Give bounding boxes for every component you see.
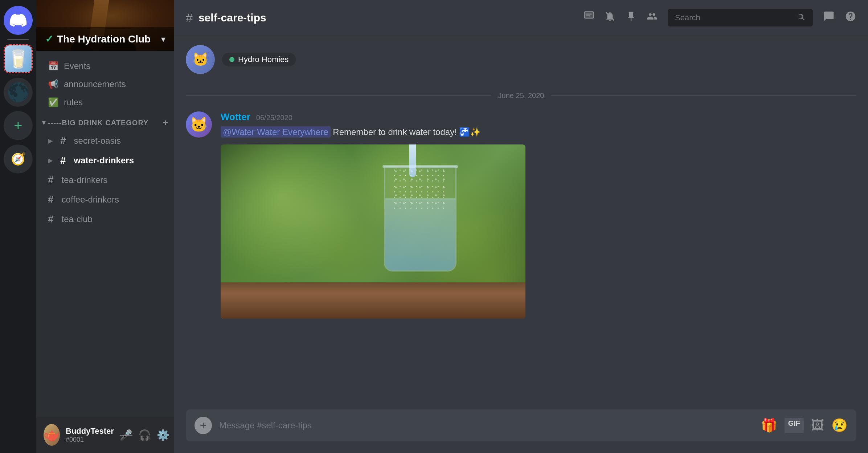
channel-name-tea-drinkers: tea-drinkers [62,175,108,185]
mute-button[interactable]: 🎤 [120,429,132,441]
hydro-homies-avatar: 🐱 [186,45,215,74]
message-body: Remember to drink water today! 🚰✨ [331,127,481,137]
user-avatar: 🫖 [44,424,60,446]
user-avatar-emoji: 🫖 [44,427,60,442]
server-dropdown-icon[interactable]: ▾ [161,34,165,44]
chat-header-channel: # self-care-tips [186,11,266,25]
user-info: BuddyTester #0001 [66,427,114,444]
sticker-icon[interactable]: 🖼 [811,418,824,433]
glass-body [384,166,456,272]
server-icon-hydration-club[interactable] [4,44,33,73]
channel-header-info: 🐱 Hydro Homies [186,45,856,80]
date-divider: June 25, 2020 [186,91,856,100]
message-timestamp: 06/25/2020 [256,114,292,122]
mention[interactable]: @Water Water Everywhere [221,126,331,138]
channel-name-tea-club: tea-club [62,214,93,224]
chat-input-box: + 🎁 GIF 🖼 😢 [186,409,856,441]
channel-item-water-drinkers[interactable]: ▶ # water-drinkers [39,151,171,170]
server-icon-discord-home[interactable] [4,6,33,35]
wood-surface [221,282,525,319]
chat-header: # self-care-tips [174,0,868,36]
category-arrow-icon: ▾ [42,119,46,127]
help-icon[interactable] [845,11,856,25]
plus-icon: + [14,118,22,134]
chat-input-area: + 🎁 GIF 🖼 😢 [174,409,868,453]
user-bar: 🫖 BuddyTester #0001 🎤 🎧 ⚙️ [36,417,174,453]
server-icon-water-glass [5,44,32,73]
hash-icon-tea-drinkers: # [48,174,54,186]
channel-item-coffee-drinkers[interactable]: # coffee-drinkers [39,190,171,209]
message-input[interactable] [219,420,754,430]
threads-icon[interactable] [584,11,594,25]
hash-icon-coffee-drinkers: # [48,194,54,205]
verified-check-icon: ✓ [45,33,53,45]
online-group-name: Hydro Homies [238,55,288,64]
water-fill [385,198,455,270]
message: 🐱 Wotter 06/25/2020 @Water Water Everywh… [186,111,856,319]
channel-item-secret-oasis[interactable]: ▶ # secret-oasis [39,131,171,150]
hash-icon-secret-oasis: # [60,135,66,147]
add-server-button[interactable]: + [4,111,33,140]
calendar-icon: 📅 [48,61,59,71]
deafen-button[interactable]: 🎧 [138,429,151,441]
water-image [221,144,525,319]
server-icon-dark-globe[interactable]: 🌑 [4,78,33,107]
user-settings-button[interactable]: ⚙️ [157,429,169,441]
channel-item-announcements[interactable]: 📢 announcements [39,76,171,93]
megaphone-icon: 📢 [48,79,59,89]
online-badge: Hydro Homies [222,53,296,66]
message-content: Wotter 06/25/2020 @Water Water Everywher… [221,111,856,319]
channel-item-events[interactable]: 📅 Events [39,57,171,75]
bubbles [392,167,448,209]
message-image [221,144,525,319]
search-input[interactable] [675,13,793,23]
channel-name-rules: rules [64,97,83,107]
message-avatar: 🐱 [186,111,212,138]
server-list-divider [7,39,29,40]
gift-icon[interactable]: 🎁 [761,418,777,433]
server-name: The Hydration Club [57,33,151,45]
globe-icon: 🌑 [7,82,29,103]
user-controls: 🎤 🎧 ⚙️ [120,429,169,441]
category-name: BIG DRINK CATEGORY [62,119,148,127]
server-title: ✓ The Hydration Club [45,33,151,45]
user-discriminator: #0001 [66,436,114,444]
emoji-icon[interactable]: 😢 [831,418,848,433]
current-channel-name: self-care-tips [198,12,266,24]
message-author: Wotter [221,111,250,123]
glass-visual [380,159,467,304]
search-icon [797,13,806,23]
hash-icon-water-drinkers: # [60,155,66,166]
message-avatar-emoji: 🐱 [190,116,208,133]
category-big-drink[interactable]: ▾ ----- BIG DRINK CATEGORY + [36,112,174,131]
server-header[interactable]: ✓ The Hydration Club ▾ [36,0,174,51]
category-prefix: ----- [48,119,62,127]
chat-input-actions: 🎁 GIF 🖼 😢 [761,418,848,433]
inbox-icon[interactable] [823,11,835,25]
gif-button[interactable]: GIF [785,418,804,433]
collapse-arrow-icon: ▶ [48,137,53,145]
channel-name-events: Events [64,61,90,71]
collapse-arrow-icon-water: ▶ [48,156,53,164]
channel-item-rules[interactable]: ✅ rules [39,94,171,111]
explore-button[interactable]: 🧭 [4,144,33,174]
channel-item-tea-club[interactable]: # tea-club [39,210,171,229]
members-icon[interactable] [647,11,658,25]
chat-input-add-button[interactable]: + [195,417,212,434]
channel-item-tea-drinkers[interactable]: # tea-drinkers [39,171,171,189]
message-text: @Water Water Everywhere Remember to drin… [221,126,856,139]
channel-name-water-drinkers: water-drinkers [74,155,134,166]
channel-name-coffee-drinkers: coffee-drinkers [62,195,119,205]
search-bar[interactable] [668,9,813,26]
notification-mute-icon[interactable] [605,11,615,25]
channel-name-announcements: announcements [64,79,126,89]
category-add-icon[interactable]: + [163,118,168,128]
glass-rim [382,165,458,168]
message-header: Wotter 06/25/2020 [221,111,856,123]
add-icon: + [200,419,207,432]
username: BuddyTester [66,427,114,436]
pin-icon[interactable] [626,11,636,25]
hydro-avatar-emoji: 🐱 [192,52,209,67]
server-header-title: ✓ The Hydration Club ▾ [36,27,174,51]
channel-name-secret-oasis: secret-oasis [74,136,121,146]
